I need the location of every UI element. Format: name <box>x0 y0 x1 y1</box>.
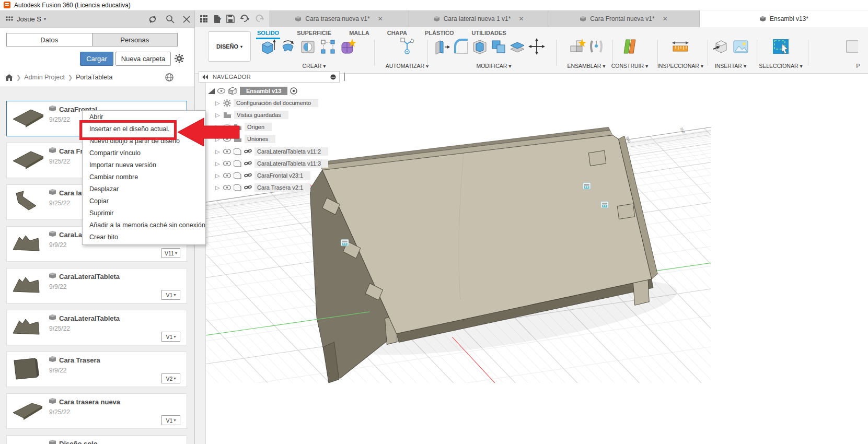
group-label-automatizar[interactable]: AUTOMATIZAR▾ <box>386 63 429 69</box>
file-card-cara-trasera[interactable]: Cara Trasera 9/9/22 V2▾ <box>6 352 187 387</box>
file-thumbnail <box>9 396 47 425</box>
menu-item-desplazar[interactable]: Desplazar <box>83 183 205 195</box>
expand-arrow-icon[interactable]: ▷ <box>215 172 221 179</box>
joint-tool-icon[interactable] <box>588 38 604 55</box>
design-cube-icon <box>49 230 56 237</box>
menu-item-compartir[interactable]: Compartir vínculo <box>83 147 205 159</box>
expand-arrow-icon[interactable]: ▷ <box>215 148 221 155</box>
nav-row-config[interactable]: ▷ Configuración del documento <box>215 98 318 108</box>
file-card-diseno-solo[interactable]: Diseño solo 9/25/22 <box>6 435 187 444</box>
panel-grip[interactable] <box>344 73 345 81</box>
tab-cara-trasera-nueva[interactable]: Cara trasera nueva v1*✕ <box>269 10 409 27</box>
group-insertar: INSERTAR▾ <box>705 38 756 70</box>
combine-icon[interactable] <box>490 38 507 55</box>
menu-item-suprimir[interactable]: Suprimir <box>83 207 205 219</box>
close-panel-icon[interactable] <box>183 16 190 23</box>
redo-button[interactable]: ▾ <box>254 15 264 23</box>
new-folder-button[interactable]: Nueva carpeta <box>115 52 171 66</box>
press-pull-icon[interactable] <box>434 38 450 55</box>
extrude-icon[interactable] <box>259 38 277 55</box>
nav-root-label[interactable]: Ensambl v13 <box>240 87 287 95</box>
insert-derive-icon[interactable] <box>712 38 730 55</box>
eye-icon[interactable] <box>223 173 231 178</box>
construct-plane-icon[interactable] <box>621 38 639 55</box>
eye-icon[interactable] <box>223 185 231 190</box>
globe-icon[interactable] <box>165 73 173 81</box>
panel-dot-icon[interactable] <box>330 74 336 80</box>
upload-button[interactable]: Cargar <box>80 52 113 66</box>
menu-item-importar[interactable]: Importar nueva versión <box>83 159 205 171</box>
group-label-insertar[interactable]: INSERTAR▾ <box>715 63 746 69</box>
version-badge[interactable]: V11▾ <box>161 248 180 258</box>
measure-icon[interactable] <box>671 38 690 55</box>
fillet-icon[interactable] <box>453 38 469 55</box>
breadcrumb: ❯ Admin Project ❯ PortaTableta <box>0 72 194 83</box>
user-name[interactable]: Josue S <box>17 15 41 23</box>
insert-image-icon[interactable] <box>732 38 749 55</box>
app-grid-icon[interactable] <box>200 15 208 23</box>
shell-icon[interactable] <box>471 38 488 55</box>
hole-icon[interactable] <box>299 38 317 55</box>
tab-personas[interactable]: Personas <box>92 33 178 46</box>
breadcrumb-folder[interactable]: PortaTableta <box>76 74 112 81</box>
menu-item-copiar[interactable]: Copiar <box>83 195 205 207</box>
new-component-icon[interactable] <box>569 38 586 55</box>
user-caret-icon[interactable]: ▾ <box>44 17 46 21</box>
new-file-button[interactable]: ▾ <box>213 15 221 24</box>
partial-tool-icon[interactable] <box>842 38 858 55</box>
search-icon[interactable] <box>166 15 175 24</box>
close-tab-icon[interactable]: ✕ <box>518 15 524 22</box>
group-label-crear[interactable]: CREAR▾ <box>302 63 326 69</box>
eye-icon[interactable] <box>217 88 225 94</box>
move-icon[interactable] <box>528 38 546 55</box>
version-badge[interactable]: V1▾ <box>161 290 180 300</box>
expand-arrow-icon[interactable]: ▷ <box>215 100 221 107</box>
revolve-icon[interactable] <box>279 38 297 55</box>
group-label-seleccionar[interactable]: SELECCIONAR▾ <box>759 63 803 69</box>
team-icon[interactable] <box>5 16 14 23</box>
sketch-icon[interactable] <box>319 38 337 55</box>
activate-radio-icon[interactable] <box>290 87 297 95</box>
nav-row-component[interactable]: ▷ Cara Trasera v2:1 <box>215 183 310 192</box>
eye-icon[interactable] <box>223 149 231 154</box>
automate-icon[interactable] <box>398 38 416 55</box>
expand-corner-icon[interactable] <box>208 88 215 94</box>
refresh-icon[interactable] <box>148 15 157 24</box>
expand-arrow-icon[interactable]: ▷ <box>215 184 221 191</box>
file-card-caralateraltableta-1[interactable]: CaraLateralTableta 9/9/22 V1▾ <box>6 268 187 303</box>
tab-ensambl-active[interactable]: Ensambl v13* <box>700 10 868 27</box>
select-icon[interactable] <box>771 38 790 55</box>
save-icon[interactable] <box>226 15 235 23</box>
tab-datos[interactable]: Datos <box>6 33 92 46</box>
nav-row-component[interactable]: ▷ CaraFrontal v23:1 <box>215 171 310 180</box>
version-badge[interactable]: V1▾ <box>161 415 180 425</box>
offset-face-icon[interactable] <box>509 38 526 55</box>
tab-cara-frontal-nueva[interactable]: Cara Frontal nueva v1*✕ <box>548 10 700 27</box>
home-icon[interactable] <box>5 74 13 81</box>
settings-gear-icon[interactable] <box>175 54 184 63</box>
nav-row-root[interactable]: Ensambl v13 <box>208 86 297 96</box>
menu-item-cambiar-nombre[interactable]: Cambiar nombre <box>83 171 205 183</box>
form-icon[interactable] <box>339 38 356 55</box>
undo-button[interactable]: ▾ <box>240 15 249 23</box>
version-badge[interactable]: V2▾ <box>161 373 180 383</box>
menu-item-cache[interactable]: Añadir a la memoria caché sin conexión <box>83 219 205 231</box>
group-label-ensamblar[interactable]: ENSAMBLAR▾ <box>567 63 605 69</box>
breadcrumb-project[interactable]: Admin Project <box>24 74 65 81</box>
version-badge[interactable]: V1▾ <box>161 332 180 342</box>
group-label-partial[interactable]: P <box>856 63 860 69</box>
file-card-cara-trasera-nueva[interactable]: Cara trasera nueva 9/25/22 V1▾ <box>6 393 187 429</box>
group-label-inspeccionar[interactable]: INSPECCIONAR▾ <box>657 63 703 69</box>
eye-icon[interactable] <box>223 161 231 166</box>
tab-cara-lateral-nueva[interactable]: Cara lateral nueva 1 v1*✕ <box>409 10 548 27</box>
group-label-modificar[interactable]: MODIFICAR▾ <box>476 63 511 69</box>
close-tab-icon[interactable]: ✕ <box>378 15 383 22</box>
navigator-header[interactable]: NAVEGADOR <box>199 71 340 83</box>
menu-item-crear-hito[interactable]: Crear hito <box>83 231 205 243</box>
group-label-construir[interactable]: CONSTRUIR▾ <box>611 63 649 69</box>
nav-row-component[interactable]: ▷ CaraLateralTableta v11:3 <box>215 159 328 168</box>
workspace-selector[interactable]: DISEÑO▾ <box>208 31 251 62</box>
expand-arrow-icon[interactable]: ▷ <box>215 160 221 167</box>
file-card-caralateraltableta-2[interactable]: CaraLateralTableta 9/25/22 V1▾ <box>6 310 187 345</box>
close-tab-icon[interactable]: ✕ <box>663 15 668 22</box>
